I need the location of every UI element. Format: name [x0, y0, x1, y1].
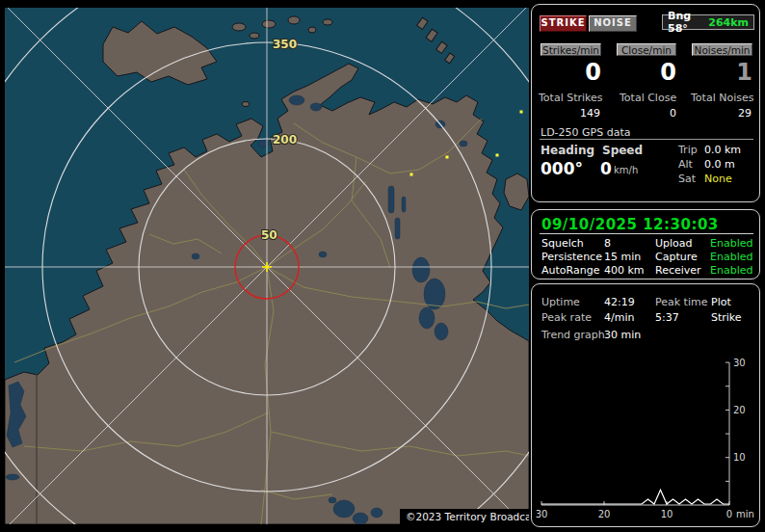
trip-value: 0.0 km: [704, 144, 741, 156]
persistence-value: 15 min: [604, 251, 641, 263]
trend-x-axis-unit: min: [736, 509, 754, 519]
receiver-status: Enabled: [710, 264, 752, 277]
upload-status: Enabled: [710, 237, 752, 250]
total-close-value: 0: [617, 107, 676, 120]
strike-indicator-button[interactable]: STRIKE: [540, 15, 587, 32]
strike-dot: [446, 156, 449, 159]
heading-label: Heading: [541, 144, 594, 157]
speed-label: Speed: [602, 144, 643, 157]
ring-label-50: 50: [261, 228, 277, 242]
copyright-text: ©2023 Territory Broadcasting: [406, 511, 529, 522]
settings-divider: [540, 233, 753, 234]
datetime-display: 09/10/2025 12:30:03: [541, 216, 719, 233]
trip-label: Trip: [678, 144, 698, 156]
strike-dot: [410, 173, 413, 176]
lightning-map[interactable]: 50 200 350 ©2023 Territory Broadcasting: [5, 8, 529, 524]
noises-per-min-value: 1: [692, 61, 752, 84]
trend-x-tick-label: 10: [661, 509, 673, 519]
range-value: 264km: [708, 16, 749, 29]
noises-per-min-button[interactable]: Noises/min: [692, 43, 752, 56]
close-per-min-button[interactable]: Close/min: [617, 43, 676, 56]
ring-label-350: 350: [273, 38, 297, 51]
strike-dot: [520, 111, 523, 114]
bearing-range-box: Bng 58° 264km: [662, 14, 754, 30]
capture-status: Enabled: [710, 251, 752, 263]
receiver-label: Receiver: [655, 264, 701, 277]
strikes-per-min-value: 0: [541, 61, 601, 84]
sat-value: None: [704, 173, 732, 185]
persistence-label: Persistence: [541, 251, 602, 263]
bearing-value: Bng 58°: [668, 10, 708, 35]
trend-strike-line: [541, 490, 729, 504]
ring-label-200: 200: [273, 133, 297, 146]
autorange-value: 400 km: [604, 264, 645, 277]
trend-y-tick-label: 20: [733, 405, 746, 415]
alt-value: 0.0 m: [704, 158, 735, 171]
total-strikes-label: Total Strikes: [539, 92, 603, 104]
speed-unit: km/h: [614, 165, 638, 175]
autorange-label: AutoRange: [541, 264, 599, 277]
trend-x-tick-label: 0: [726, 509, 732, 519]
trend-y-tick-label: 30: [733, 358, 746, 368]
gps-section-title: LD-250 GPS data: [541, 126, 630, 139]
status-panel: STRIKE NOISE Bng 58° 264km Strikes/min C…: [531, 4, 760, 202]
trend-panel: Uptime 42:19 Peak time Plot Peak rate 4/…: [531, 283, 760, 527]
capture-label: Capture: [655, 251, 698, 263]
squelch-value: 8: [604, 237, 611, 250]
trend-y-tick-label: 10: [733, 452, 746, 463]
settings-panel: 09/10/2025 12:30:03 Squelch 8 Upload Ena…: [531, 209, 760, 279]
trend-x-tick-label: 30: [536, 509, 548, 519]
speed-value: 0: [600, 159, 612, 178]
app-window: 50 200 350 ©2023 Territory Broadcasting …: [0, 0, 765, 532]
copyright-bar: ©2023 Territory Broadcasting: [400, 509, 529, 524]
total-strikes-value: 149: [541, 107, 600, 120]
sat-label: Sat: [678, 173, 696, 185]
map-svg: 50 200 350 ©2023 Territory Broadcasting: [5, 8, 529, 524]
total-close-label: Total Close: [620, 92, 676, 104]
total-noises-value: 29: [692, 107, 752, 120]
squelch-label: Squelch: [541, 237, 584, 250]
strike-dot: [496, 154, 499, 157]
close-per-min-value: 0: [617, 61, 676, 84]
total-noises-label: Total Noises: [691, 92, 753, 104]
upload-label: Upload: [655, 237, 693, 250]
trend-chart: 3020100min102030: [532, 284, 759, 526]
noise-indicator-button[interactable]: NOISE: [589, 15, 637, 32]
heading-value: 000°: [541, 159, 583, 178]
gps-divider: [540, 139, 753, 140]
trend-x-tick-label: 20: [598, 509, 611, 519]
strikes-per-min-button[interactable]: Strikes/min: [541, 43, 601, 56]
alt-label: Alt: [678, 158, 693, 171]
